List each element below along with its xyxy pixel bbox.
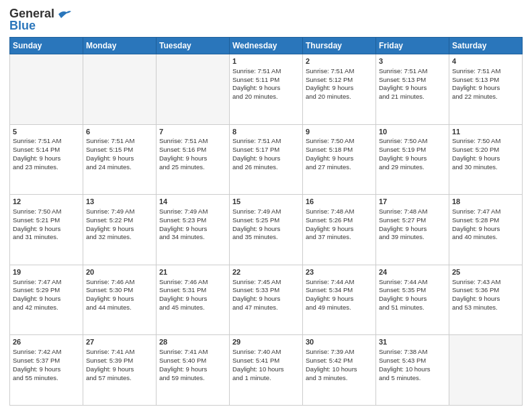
day-info-line-1: Sunset: 5:26 PM xyxy=(306,216,373,225)
day-number: 7 xyxy=(159,127,226,137)
day-cell-28: 28Sunrise: 7:41 AMSunset: 5:40 PMDayligh… xyxy=(157,335,230,406)
logo: General Blue xyxy=(9,7,72,33)
day-cell-22: 22Sunrise: 7:45 AMSunset: 5:33 PMDayligh… xyxy=(230,265,303,335)
day-info-line-0: Sunrise: 7:49 AM xyxy=(86,208,153,216)
day-info-line-3: and 47 minutes. xyxy=(232,304,300,312)
day-number: 21 xyxy=(159,267,226,277)
day-info-line-3: and 27 minutes. xyxy=(306,163,373,172)
day-info-line-3: and 29 minutes. xyxy=(379,163,446,172)
day-info-line-2: Daylight: 9 hours xyxy=(159,154,226,163)
day-cell-18: 18Sunrise: 7:47 AMSunset: 5:28 PMDayligh… xyxy=(449,195,523,265)
day-info-line-1: Sunset: 5:40 PM xyxy=(159,357,226,365)
day-info-line-0: Sunrise: 7:41 AM xyxy=(159,348,226,357)
day-info-line-1: Sunset: 5:43 PM xyxy=(379,357,446,365)
day-info-line-0: Sunrise: 7:41 AM xyxy=(86,348,153,357)
day-info-line-0: Sunrise: 7:48 AM xyxy=(379,208,446,216)
day-info-line-0: Sunrise: 7:45 AM xyxy=(232,278,300,287)
day-info-line-0: Sunrise: 7:49 AM xyxy=(232,208,300,216)
day-info-line-0: Sunrise: 7:49 AM xyxy=(159,208,226,216)
day-info-line-1: Sunset: 5:17 PM xyxy=(232,146,300,154)
day-info-line-1: Sunset: 5:11 PM xyxy=(232,76,300,85)
day-info-line-0: Sunrise: 7:51 AM xyxy=(86,137,153,146)
page: General Blue SundayMondayTuesdayWednesda… xyxy=(0,0,532,411)
day-info-line-3: and 42 minutes. xyxy=(13,304,80,312)
day-info-line-3: and 30 minutes. xyxy=(452,163,519,172)
day-cell-31: 31Sunrise: 7:38 AMSunset: 5:43 PMDayligh… xyxy=(376,335,449,406)
day-info-line-0: Sunrise: 7:51 AM xyxy=(232,67,300,76)
day-info-line-2: Daylight: 9 hours xyxy=(379,84,446,93)
day-info-line-1: Sunset: 5:42 PM xyxy=(306,357,373,365)
day-info-line-2: Daylight: 10 hours xyxy=(306,365,373,374)
day-info-line-0: Sunrise: 7:51 AM xyxy=(13,137,80,146)
day-info-line-2: Daylight: 9 hours xyxy=(86,295,153,304)
day-info-line-1: Sunset: 5:33 PM xyxy=(232,286,300,295)
day-number: 28 xyxy=(159,337,226,347)
day-info-line-3: and 31 minutes. xyxy=(13,233,80,242)
day-cell-1: 1Sunrise: 7:51 AMSunset: 5:11 PMDaylight… xyxy=(230,54,303,125)
day-info-line-1: Sunset: 5:30 PM xyxy=(86,286,153,295)
day-info-line-1: Sunset: 5:35 PM xyxy=(379,286,446,295)
day-info-line-3: and 26 minutes. xyxy=(232,163,300,172)
day-info-line-1: Sunset: 5:28 PM xyxy=(452,216,519,225)
day-info-line-3: and 24 minutes. xyxy=(86,163,153,172)
day-info-line-3: and 21 minutes. xyxy=(379,93,446,101)
day-cell-12: 12Sunrise: 7:50 AMSunset: 5:21 PMDayligh… xyxy=(10,195,83,265)
day-info-line-0: Sunrise: 7:47 AM xyxy=(13,278,80,287)
weekday-wednesday: Wednesday xyxy=(230,38,303,54)
day-number: 22 xyxy=(232,267,300,277)
day-info-line-1: Sunset: 5:21 PM xyxy=(13,216,80,225)
day-cell-15: 15Sunrise: 7:49 AMSunset: 5:25 PMDayligh… xyxy=(230,195,303,265)
day-cell-3: 3Sunrise: 7:51 AMSunset: 5:13 PMDaylight… xyxy=(376,54,449,125)
day-info-line-3: and 1 minute. xyxy=(232,374,300,383)
day-info-line-1: Sunset: 5:29 PM xyxy=(13,286,80,295)
day-info-line-2: Daylight: 9 hours xyxy=(232,154,300,163)
day-info-line-2: Daylight: 9 hours xyxy=(306,225,373,234)
day-cell-13: 13Sunrise: 7:49 AMSunset: 5:22 PMDayligh… xyxy=(83,195,157,265)
day-info-line-1: Sunset: 5:15 PM xyxy=(86,146,153,154)
day-info-line-3: and 39 minutes. xyxy=(379,233,446,242)
weekday-thursday: Thursday xyxy=(303,38,376,54)
day-number: 14 xyxy=(159,197,226,207)
day-cell-4: 4Sunrise: 7:51 AMSunset: 5:13 PMDaylight… xyxy=(449,54,523,125)
day-info-line-1: Sunset: 5:27 PM xyxy=(379,216,446,225)
day-number: 1 xyxy=(232,56,300,66)
day-info-line-2: Daylight: 9 hours xyxy=(379,225,446,234)
week-row-4: 19Sunrise: 7:47 AMSunset: 5:29 PMDayligh… xyxy=(10,265,523,335)
day-info-line-1: Sunset: 5:14 PM xyxy=(13,146,80,154)
day-number: 11 xyxy=(452,127,519,137)
day-number: 25 xyxy=(452,267,519,277)
day-cell-25: 25Sunrise: 7:43 AMSunset: 5:36 PMDayligh… xyxy=(449,265,523,335)
day-number: 20 xyxy=(86,267,153,277)
week-row-5: 26Sunrise: 7:42 AMSunset: 5:37 PMDayligh… xyxy=(10,335,523,406)
day-info-line-0: Sunrise: 7:50 AM xyxy=(452,137,519,146)
day-cell-23: 23Sunrise: 7:44 AMSunset: 5:34 PMDayligh… xyxy=(303,265,376,335)
day-info-line-3: and 20 minutes. xyxy=(306,93,373,101)
day-cell-5: 5Sunrise: 7:51 AMSunset: 5:14 PMDaylight… xyxy=(10,124,83,195)
day-info-line-2: Daylight: 9 hours xyxy=(13,365,80,374)
day-cell-11: 11Sunrise: 7:50 AMSunset: 5:20 PMDayligh… xyxy=(449,124,523,195)
day-info-line-0: Sunrise: 7:46 AM xyxy=(86,278,153,287)
day-number: 3 xyxy=(379,56,446,66)
day-number: 19 xyxy=(13,267,80,277)
day-number: 23 xyxy=(306,267,373,277)
day-info-line-3: and 32 minutes. xyxy=(86,233,153,242)
logo-bird-icon xyxy=(57,9,72,19)
day-info-line-1: Sunset: 5:16 PM xyxy=(159,146,226,154)
day-info-line-2: Daylight: 9 hours xyxy=(232,295,300,304)
day-info-line-3: and 5 minutes. xyxy=(379,374,446,383)
day-info-line-3: and 59 minutes. xyxy=(159,374,226,383)
day-cell-26: 26Sunrise: 7:42 AMSunset: 5:37 PMDayligh… xyxy=(10,335,83,406)
day-info-line-3: and 49 minutes. xyxy=(306,304,373,312)
day-info-line-0: Sunrise: 7:43 AM xyxy=(452,278,519,287)
day-number: 9 xyxy=(306,127,373,137)
day-info-line-3: and 25 minutes. xyxy=(159,163,226,172)
day-info-line-3: and 44 minutes. xyxy=(86,304,153,312)
day-number: 31 xyxy=(379,337,446,347)
day-info-line-0: Sunrise: 7:44 AM xyxy=(306,278,373,287)
day-info-line-1: Sunset: 5:39 PM xyxy=(86,357,153,365)
day-info-line-0: Sunrise: 7:51 AM xyxy=(379,67,446,76)
day-cell-2: 2Sunrise: 7:51 AMSunset: 5:12 PMDaylight… xyxy=(303,54,376,125)
day-info-line-2: Daylight: 9 hours xyxy=(159,295,226,304)
day-info-line-2: Daylight: 9 hours xyxy=(306,84,373,93)
day-info-line-1: Sunset: 5:31 PM xyxy=(159,286,226,295)
